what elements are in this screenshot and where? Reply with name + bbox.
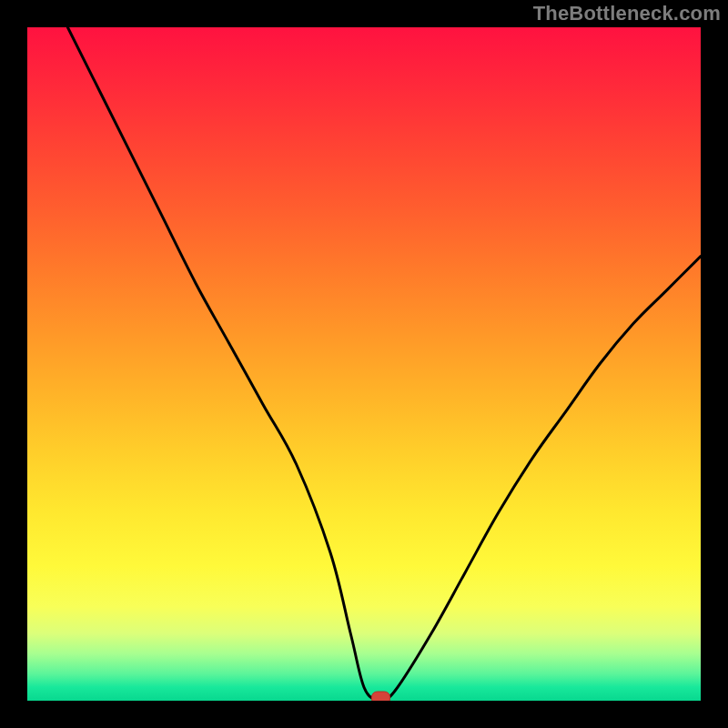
chart-frame: TheBottleneck.com — [0, 0, 728, 728]
watermark-text: TheBottleneck.com — [533, 2, 721, 25]
optimum-marker — [372, 692, 390, 701]
curve-svg — [27, 27, 701, 701]
plot-area — [27, 27, 701, 701]
bottleneck-curve — [67, 27, 701, 701]
